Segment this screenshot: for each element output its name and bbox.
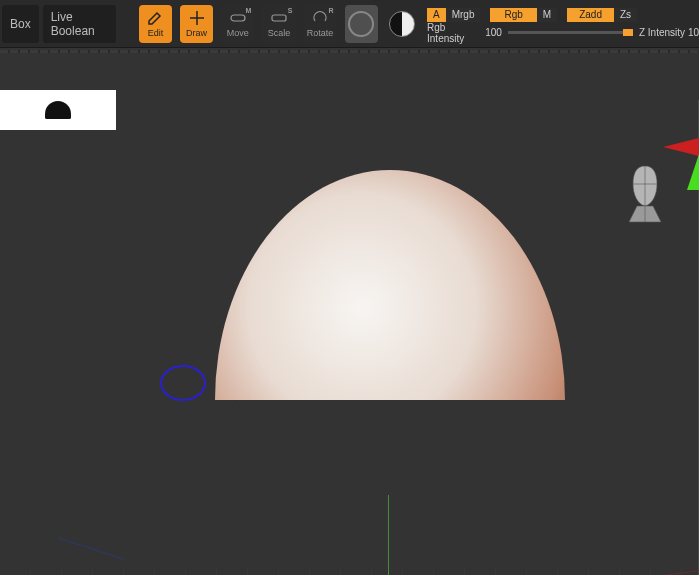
material-toggle-button[interactable] (386, 5, 419, 43)
rgb-intensity-value: 100 (485, 27, 502, 38)
rotate-button[interactable]: R Rotate (304, 5, 337, 43)
crosshair-icon (187, 9, 207, 27)
sphere-outline-icon (348, 11, 374, 37)
mrgb-mode-button[interactable]: Mrgb (446, 8, 481, 22)
svg-rect-2 (231, 15, 245, 21)
thumbnail-shape-icon (45, 101, 71, 119)
z-intensity-value: 10 (688, 27, 699, 38)
head-orientation-icon[interactable] (625, 162, 665, 226)
top-toolbar: Box Live Boolean Edit Draw M Move S Scal… (0, 0, 699, 48)
edit-button[interactable]: Edit (139, 5, 172, 43)
sphere-split-icon (389, 11, 415, 37)
rotate-icon (310, 9, 330, 27)
mode-panel: A Mrgb Rgb M Zadd Zs Rgb Intensity 100 Z… (427, 7, 699, 41)
floor-grid (0, 567, 699, 575)
pencil-icon (145, 9, 165, 27)
navigation-widget[interactable] (609, 120, 699, 240)
axis-y-icon (687, 154, 699, 190)
scale-button[interactable]: S Scale (262, 5, 295, 43)
live-boolean-button[interactable]: Live Boolean (43, 5, 117, 43)
zsub-mode-button[interactable]: Zs (614, 8, 637, 22)
floor-axis-y (388, 495, 389, 575)
m-mode-button[interactable]: M (537, 8, 557, 22)
zadd-mode-button[interactable]: Zadd (567, 8, 614, 22)
rgb-intensity-slider[interactable] (508, 31, 633, 34)
move-label: Move (227, 28, 249, 38)
svg-rect-3 (272, 15, 286, 21)
rotate-label: Rotate (307, 28, 334, 38)
box-button[interactable]: Box (2, 5, 39, 43)
subtool-thumbnail[interactable] (0, 90, 116, 130)
move-button[interactable]: M Move (221, 5, 254, 43)
edit-label: Edit (148, 28, 164, 38)
brush-cursor (160, 365, 206, 401)
material-preview-button[interactable] (345, 5, 378, 43)
scale-icon (269, 9, 289, 27)
draw-button[interactable]: Draw (180, 5, 213, 43)
draw-label: Draw (186, 28, 207, 38)
floor-axis-z (58, 537, 125, 560)
shelf-strip (0, 50, 699, 53)
mesh-object[interactable] (215, 170, 565, 420)
z-intensity-label: Z Intensity (639, 27, 685, 38)
a-mode-button[interactable]: A (427, 8, 446, 22)
rgb-mode-button[interactable]: Rgb (490, 8, 536, 22)
rgb-intensity-label: Rgb Intensity (427, 22, 479, 44)
scale-label: Scale (268, 28, 291, 38)
